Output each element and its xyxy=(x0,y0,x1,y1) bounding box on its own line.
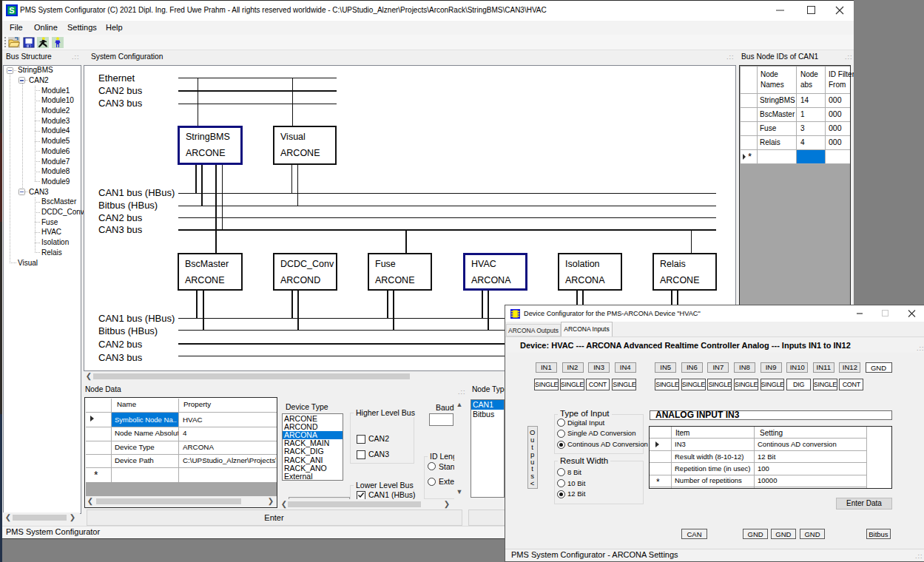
svg-text:S: S xyxy=(9,6,14,15)
